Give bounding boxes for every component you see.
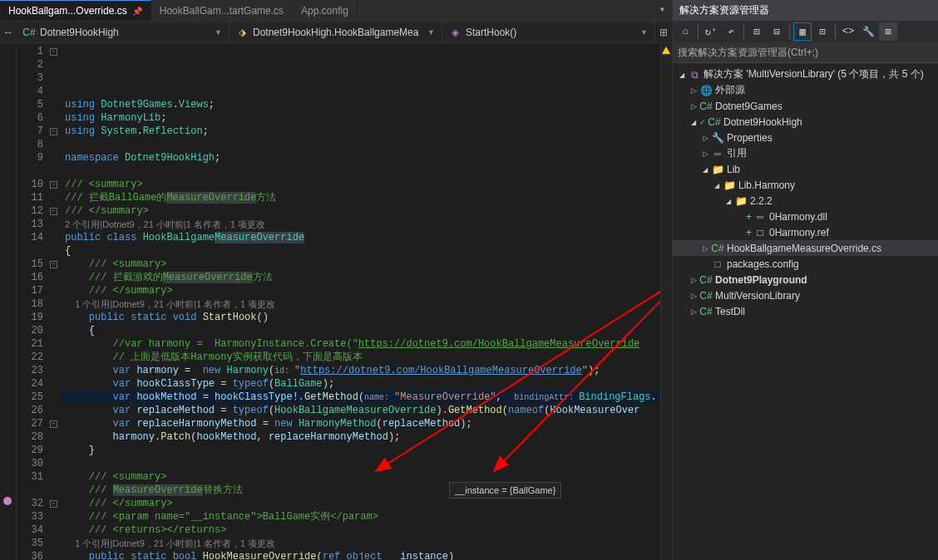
tab-appconfig[interactable]: App.config: [293, 0, 358, 21]
chevron-down-icon: ▼: [215, 28, 222, 37]
tab-label: App.config: [301, 5, 348, 17]
pin-icon[interactable]: 📌: [132, 7, 142, 16]
tree-row[interactable]: ▫▫引用: [673, 145, 938, 161]
tree-label: 引用: [727, 146, 747, 160]
marker-dot[interactable]: [3, 497, 12, 505]
navigation-bar: ↔ C# Dotnet9HookHigh ▼ ⬗ Dotnet9HookHigh…: [0, 22, 672, 43]
solution-explorer: 解决方案资源管理器 ⌂ ↻⁺ ↶ ⊡ ⊟ ▦ ⊡ <> 🔧 ⊞ 搜索解决方案资源…: [672, 0, 938, 560]
file-icon: 📁: [711, 164, 724, 175]
expand-icon[interactable]: [688, 292, 699, 300]
tree-label: Properties: [727, 132, 773, 144]
tree-row[interactable]: C#Dotnet9Playground: [673, 272, 938, 287]
file-icon: C#: [699, 306, 713, 317]
tab-label: HookBallgam...Override.cs: [8, 5, 127, 17]
file-icon: C#: [699, 290, 713, 302]
expand-icon[interactable]: [723, 197, 734, 205]
tree-label: Dotnet9Playground: [715, 274, 807, 286]
tree-label: 解决方案 'MultiVersionLibrary' (5 个项目，共 5 个): [704, 67, 924, 81]
tree-row[interactable]: 📁2.2.2: [673, 193, 938, 209]
expand-icon[interactable]: [688, 307, 699, 316]
tree-row[interactable]: +□0Harmony.ref: [673, 224, 938, 240]
tree-row[interactable]: ✓C#Dotnet9HookHigh: [673, 114, 938, 130]
solution-search[interactable]: 搜索解决方案资源管理器(Ctrl+;): [673, 43, 938, 63]
tree-row[interactable]: □packages.config: [673, 256, 938, 272]
tab-label: HookBallGam...tartGame.cs: [160, 5, 284, 17]
solution-tree[interactable]: ⧉ 解决方案 'MultiVersionLibrary' (5 个项目，共 5 …: [673, 63, 938, 560]
solution-toolbar: ⌂ ↻⁺ ↶ ⊡ ⊟ ▦ ⊡ <> 🔧 ⊞: [673, 21, 938, 43]
class-icon: ⬗: [236, 27, 248, 38]
view-code-button[interactable]: <>: [839, 22, 857, 41]
home-button[interactable]: ⌂: [676, 22, 694, 41]
solution-root[interactable]: ⧉ 解决方案 'MultiVersionLibrary' (5 个项目，共 5 …: [673, 66, 938, 82]
view-button[interactable]: ⊞: [879, 22, 897, 41]
tree-row[interactable]: 🔧Properties: [673, 130, 938, 145]
tab-override[interactable]: HookBallgam...Override.cs 📌: [0, 0, 151, 21]
chevron-down-icon: ▼: [640, 28, 648, 37]
nav-toggle[interactable]: ↔: [0, 22, 17, 42]
expand-icon[interactable]: [688, 102, 699, 111]
tree-label: Lib: [727, 164, 740, 175]
tree-row[interactable]: 📁Lib: [673, 161, 938, 177]
expand-icon[interactable]: [676, 71, 688, 79]
file-icon: ▫▫: [711, 148, 724, 160]
warning-icon[interactable]: [662, 47, 670, 54]
expand-icon[interactable]: [688, 86, 699, 95]
file-icon: C#: [699, 274, 713, 286]
solution-explorer-title: 解决方案资源管理器: [673, 0, 938, 21]
tree-row[interactable]: C#HookBallgameMeasureOverride.cs: [673, 240, 938, 256]
back-button[interactable]: ↶: [722, 22, 740, 41]
file-icon: C#: [708, 116, 721, 128]
expand-icon[interactable]: [699, 134, 711, 142]
tab-overflow[interactable]: ▾: [653, 0, 672, 21]
file-icon: 📁: [734, 195, 748, 207]
nav-method-dropdown[interactable]: ◈ StartHook() ▼: [442, 22, 655, 42]
properties-button[interactable]: 🔧: [859, 22, 877, 41]
tree-row[interactable]: +▫▫0Harmony.dll: [673, 209, 938, 224]
show-all-button[interactable]: ⊡: [748, 22, 766, 41]
expand-icon[interactable]: [711, 181, 723, 189]
file-icon: 🔧: [711, 132, 724, 144]
tree-row[interactable]: C#MultiVersionLibrary: [673, 287, 938, 303]
fold-column[interactable]: -------: [50, 43, 62, 560]
editor-panel: HookBallgam...Override.cs 📌 HookBallGam.…: [0, 0, 672, 560]
sync-button[interactable]: ↻⁺: [702, 22, 720, 41]
file-icon: 📁: [723, 179, 736, 191]
code-editor[interactable]: 1234567891011121314151617181920212223242…: [0, 43, 672, 560]
code-content[interactable]: __instance = {BallGame} using Dotnet9Gam…: [62, 43, 660, 560]
file-icon: □: [753, 227, 767, 238]
expand-icon[interactable]: [688, 276, 699, 284]
collapse-button[interactable]: ⊟: [768, 22, 786, 41]
tree-label: 外部源: [715, 83, 745, 97]
document-tabs: HookBallgam...Override.cs 📌 HookBallGam.…: [0, 0, 672, 22]
tree-row[interactable]: 🌐外部源: [673, 82, 938, 98]
tree-label: 0Harmony.dll: [769, 211, 827, 223]
inline-eval-tooltip: __instance = {BallGame}: [449, 482, 561, 499]
pending-changes-button[interactable]: ▦: [793, 22, 812, 41]
breakpoint-margin[interactable]: [0, 43, 17, 560]
expand-icon[interactable]: [699, 165, 711, 174]
split-editor[interactable]: ⊞: [655, 22, 672, 42]
tab-startgame[interactable]: HookBallGam...tartGame.cs: [151, 0, 293, 21]
tree-row[interactable]: C#Dotnet9Games: [673, 98, 938, 114]
file-icon: ▫▫: [753, 211, 767, 223]
error-scrollbar[interactable]: [660, 43, 672, 560]
file-icon: □: [711, 258, 724, 270]
nav-class-dropdown[interactable]: ⬗ Dotnet9HookHigh.HookBallgameMea ▼: [230, 22, 442, 42]
tree-label: Dotnet9HookHigh: [723, 116, 802, 128]
tree-label: 2.2.2: [750, 195, 773, 207]
file-icon: C#: [711, 243, 724, 254]
expand-icon[interactable]: [699, 150, 711, 158]
expand-icon[interactable]: [699, 244, 711, 253]
file-icon: 🌐: [699, 85, 713, 96]
tree-row[interactable]: C#TestDll: [673, 303, 938, 319]
file-icon: C#: [699, 101, 713, 112]
solution-icon: ⧉: [688, 69, 701, 81]
expand-icon[interactable]: [688, 118, 699, 126]
csharp-icon: C#: [23, 27, 35, 38]
tree-row[interactable]: 📁Lib.Harmony: [673, 177, 938, 193]
method-icon: ◈: [449, 27, 461, 38]
preview-button[interactable]: ⊡: [813, 22, 832, 41]
chevron-down-icon: ▼: [427, 28, 435, 37]
nav-class-label: Dotnet9HookHigh.HookBallgameMea: [253, 27, 418, 38]
nav-project-dropdown[interactable]: C# Dotnet9HookHigh ▼: [17, 22, 230, 42]
